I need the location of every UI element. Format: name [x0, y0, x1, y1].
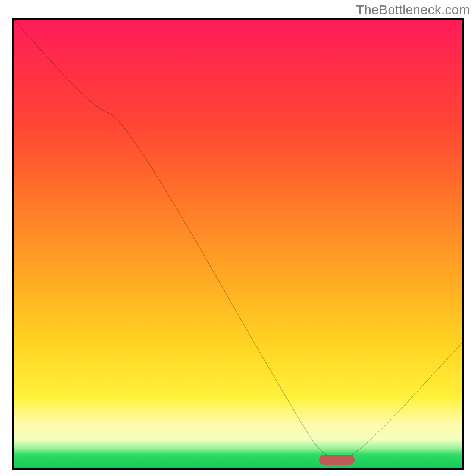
optimal-marker — [319, 455, 355, 465]
bottleneck-curve — [14, 20, 462, 468]
chart-frame: TheBottleneck.com — [0, 0, 476, 476]
plot-area — [12, 18, 464, 470]
attribution-label: TheBottleneck.com — [356, 2, 470, 18]
